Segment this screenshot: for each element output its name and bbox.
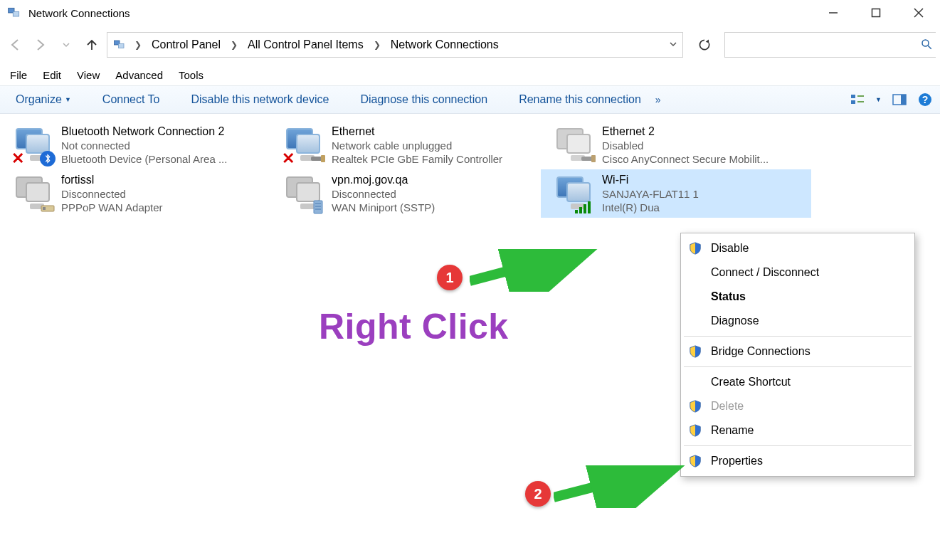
connection-item[interactable]: vpn.moj.gov.qa Disconnected WAN Miniport… (270, 169, 541, 218)
ctx-rename[interactable]: Rename (681, 418, 914, 443)
connection-name: Wi-Fi (602, 174, 699, 186)
connection-name: vpn.moj.gov.qa (332, 174, 435, 186)
chevron-right-icon[interactable]: ❯ (130, 40, 146, 50)
preview-pane-button[interactable] (892, 92, 907, 107)
svg-line-28 (470, 249, 591, 281)
connections-panel: ✕ Bluetooth Network Connection 2 Not con… (0, 114, 940, 218)
shield-icon (688, 241, 702, 255)
error-x-icon: ✕ (11, 149, 24, 168)
menu-file[interactable]: File (3, 67, 34, 83)
connection-status: Disconnected (61, 188, 163, 200)
connection-status: Disabled (602, 139, 769, 152)
ctx-diagnose[interactable]: Diagnose (681, 309, 914, 333)
search-box[interactable] (724, 32, 936, 58)
connection-name: Ethernet (332, 125, 502, 138)
separator (684, 445, 912, 446)
maximize-button[interactable] (867, 4, 884, 21)
shield-icon (688, 423, 702, 438)
connection-item[interactable]: Ethernet 2 Disabled Cisco AnyConnect Sec… (541, 121, 811, 169)
svg-rect-11 (851, 100, 855, 104)
view-dropdown-icon[interactable]: ▼ (875, 96, 882, 103)
recent-locations-button[interactable] (56, 34, 77, 56)
refresh-button[interactable] (693, 33, 716, 56)
context-menu: Disable Connect / Disconnect Status Diag… (680, 233, 915, 477)
rename-connection-button[interactable]: Rename this connection (510, 90, 650, 109)
cable-icon (581, 151, 596, 167)
svg-rect-10 (851, 95, 855, 98)
connection-name: Ethernet 2 (602, 125, 769, 138)
menubar: File Edit View Advanced Tools (0, 64, 940, 85)
connection-item[interactable]: fortissl Disconnected PPPoP WAN Adapter (0, 169, 270, 218)
connection-item[interactable]: ✕ Ethernet Network cable unplugged Realt… (270, 121, 541, 169)
ctx-properties[interactable]: Properties (681, 449, 914, 473)
svg-rect-21 (591, 155, 596, 162)
forward-button[interactable] (30, 34, 51, 56)
view-options-button[interactable] (850, 92, 865, 107)
connection-device: Bluetooth Device (Personal Area ... (61, 153, 227, 165)
ctx-item-label: Status (711, 290, 746, 303)
help-button[interactable]: ? (917, 92, 933, 107)
connection-status: Not connected (61, 139, 227, 152)
annotation-text: Right Click (319, 306, 509, 347)
address-nav-row: ❯ Control Panel ❯ All Control Panel Item… (0, 26, 940, 64)
connection-name: Bluetooth Network Connection 2 (61, 125, 227, 138)
window-title: Network Connections (28, 7, 130, 19)
menu-tools[interactable]: Tools (171, 67, 211, 83)
chevron-right-icon[interactable]: ❯ (369, 40, 385, 50)
overflow-button[interactable]: » (650, 91, 667, 108)
up-button[interactable] (81, 34, 102, 56)
wifi-signal-icon (575, 201, 591, 213)
ctx-item-label: Delete (711, 400, 744, 413)
svg-rect-24 (314, 201, 322, 213)
svg-line-9 (928, 46, 931, 49)
connection-status: Disconnected (332, 188, 435, 200)
svg-rect-15 (901, 95, 906, 105)
breadcrumb-all-items[interactable]: All Control Panel Items (245, 37, 366, 53)
ctx-status[interactable]: Status (681, 285, 914, 309)
ctx-item-label: Create Shortcut (711, 376, 791, 389)
back-button[interactable] (4, 34, 26, 56)
ctx-bridge[interactable]: Bridge Connections (681, 339, 914, 364)
search-input[interactable] (731, 39, 930, 51)
ctx-item-label: Disable (711, 242, 749, 255)
minimize-button[interactable] (825, 4, 842, 21)
address-bar[interactable]: ❯ Control Panel ❯ All Control Panel Item… (107, 32, 683, 58)
connection-item-selected[interactable]: Wi-Fi SANJAYA-FLAT11 1 Intel(R) Dua (541, 169, 811, 218)
breadcrumb-control-panel[interactable]: Control Panel (149, 37, 223, 53)
organize-button[interactable]: Organize▼ (7, 90, 80, 109)
diagnose-connection-button[interactable]: Diagnose this connection (352, 90, 496, 109)
svg-rect-18 (311, 157, 322, 161)
chevron-right-icon[interactable]: ❯ (226, 40, 242, 50)
shield-icon (688, 344, 702, 359)
menu-view[interactable]: View (70, 67, 107, 83)
connection-device: Intel(R) Dua (602, 201, 699, 213)
svg-rect-3 (872, 9, 880, 17)
close-button[interactable] (910, 4, 927, 21)
network-adapter-icon: ✕ (282, 125, 324, 165)
network-adapter-icon: ✕ (11, 125, 54, 165)
server-icon (310, 199, 326, 215)
annotation-badge-2: 2 (525, 481, 551, 507)
ctx-delete[interactable]: Delete (681, 394, 914, 418)
disable-device-button[interactable]: Disable this network device (183, 90, 338, 109)
menu-advanced[interactable]: Advanced (108, 67, 170, 83)
ctx-connect-disconnect[interactable]: Connect / Disconnect (681, 260, 914, 285)
bluetooth-icon (40, 151, 56, 167)
ctx-item-label: Rename (711, 424, 754, 437)
ctx-create-shortcut[interactable]: Create Shortcut (681, 370, 914, 394)
search-icon (920, 38, 933, 53)
breadcrumb-network-connections[interactable]: Network Connections (388, 37, 502, 53)
connection-status: SANJAYA-FLAT11 1 (602, 188, 699, 200)
error-x-icon: ✕ (282, 149, 295, 168)
ctx-item-label: Connect / Disconnect (711, 266, 819, 279)
cable-icon (310, 151, 326, 167)
svg-rect-1 (13, 11, 19, 16)
menu-edit[interactable]: Edit (36, 67, 68, 83)
ctx-item-label: Properties (711, 455, 763, 467)
connect-to-button[interactable]: Connect To (94, 90, 169, 109)
svg-rect-19 (321, 155, 325, 162)
ctx-disable[interactable]: Disable (681, 236, 914, 260)
annotation-badge-1: 1 (437, 265, 463, 290)
connection-item[interactable]: ✕ Bluetooth Network Connection 2 Not con… (0, 121, 270, 169)
chevron-down-icon[interactable] (668, 39, 678, 51)
